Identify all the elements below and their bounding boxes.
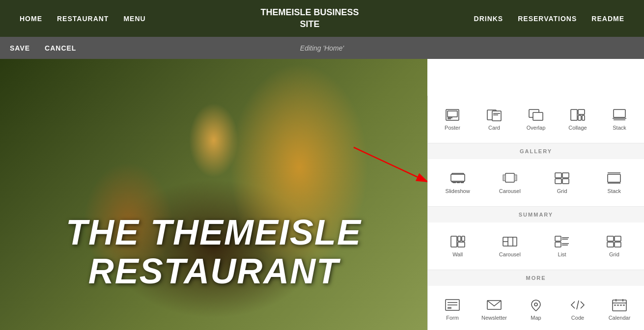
nav-drinks[interactable]: DRINKS [474,15,504,23]
list-label: List [558,251,566,257]
newsletter-icon [485,298,503,312]
map-icon [527,298,545,312]
svg-rect-25 [503,175,505,181]
panel-item-carousel-summary[interactable]: Carousel [485,230,534,262]
collage-label: Collage [568,125,587,131]
svg-rect-66 [623,304,625,306]
stack-gallery-icon [605,171,623,185]
overlap-label: Overlap [527,125,546,131]
svg-rect-12 [571,110,577,120]
nav-left: HOME RESTAURANT MENU [20,15,146,23]
media-section: Poster Card [428,96,644,143]
slideshow-icon [449,171,467,185]
save-button[interactable]: SAVE [10,44,30,52]
main-content: THE THEMEISLE RESTAURANT [0,59,644,330]
carousel-gallery-label: Carousel [499,188,521,194]
collage-icon [569,108,587,122]
nav-menu[interactable]: MENU [123,15,145,23]
card-label: Card [488,125,500,131]
panel-item-stack-gallery[interactable]: Stack [589,166,639,199]
panel-item-form[interactable]: Form [433,293,472,326]
svg-rect-29 [555,179,561,184]
svg-rect-48 [607,236,614,241]
svg-rect-63 [614,304,616,306]
svg-rect-27 [555,173,561,178]
code-label: Code [571,315,584,321]
panel-item-newsletter[interactable]: Newsletter [475,293,514,326]
more-header: MORE [428,270,644,286]
wall-icon [449,235,467,248]
summary-header: SUMMARY [428,206,644,222]
gallery-section: Slideshow Carousel [428,159,644,206]
svg-rect-55 [448,307,451,309]
svg-rect-14 [578,115,581,120]
svg-line-58 [577,301,579,309]
grid-summary-icon [605,235,623,248]
svg-rect-49 [615,236,621,241]
nav-readme[interactable]: README [591,15,624,23]
svg-rect-11 [533,112,543,120]
slideshow-label: Slideshow [446,188,470,194]
panel-item-slideshow[interactable]: Slideshow [433,166,482,199]
panel-item-code[interactable]: Code [558,293,597,326]
stack-label: Stack [613,125,626,131]
panel-item-overlap[interactable]: Overlap [516,103,556,136]
hero-text: THE THEMEISLE RESTAURANT [0,213,427,291]
overlap-icon [527,108,545,122]
svg-rect-16 [614,110,625,117]
panel-item-poster[interactable]: Poster [433,103,472,136]
svg-rect-51 [615,242,621,247]
hero-section: THE THEMEISLE RESTAURANT [0,59,427,330]
poster-icon [444,108,461,122]
editing-label: Editing 'Home' [300,44,344,52]
svg-rect-7 [492,111,501,121]
svg-rect-20 [451,174,465,181]
side-panel: Poster Card [427,96,644,330]
nav-title: THEMEISLE BUSINESS SITE [261,7,359,30]
svg-rect-34 [451,236,457,247]
svg-rect-35 [458,236,461,241]
svg-rect-24 [505,173,514,182]
panel-item-calendar[interactable]: Calendar [600,293,639,326]
panel-item-carousel-gallery[interactable]: Carousel [485,166,534,199]
nav-right: DRINKS RESERVATIONS README [474,15,624,23]
carousel-summary-icon [501,235,519,248]
grid-gallery-label: Grid [557,188,567,194]
newsletter-label: Newsletter [481,315,507,321]
panel-item-stack[interactable]: Stack [600,103,639,136]
carousel-gallery-icon [501,171,519,185]
nav-home[interactable]: HOME [20,15,42,23]
gallery-header: GALLERY [428,143,644,159]
carousel-summary-label: Carousel [499,251,521,257]
calendar-label: Calendar [609,315,631,321]
nav-reservations[interactable]: RESERVATIONS [518,15,577,23]
stack-gallery-label: Stack [608,188,621,194]
panel-item-wall[interactable]: Wall [433,230,482,262]
grid-gallery-icon [553,171,571,185]
panel-item-card[interactable]: Card [475,103,514,136]
panel-item-list[interactable]: List [537,230,587,262]
nav-bar: HOME RESTAURANT MENU THEMEISLE BUSINESS … [0,0,644,37]
svg-rect-26 [514,175,517,181]
cancel-button[interactable]: CANCEL [45,44,76,52]
svg-rect-28 [562,173,569,178]
poster-label: Poster [445,125,460,131]
panel-item-grid-summary[interactable]: Grid [589,230,639,262]
edit-bar: SAVE CANCEL Editing 'Home' [0,37,644,59]
card-icon [485,108,503,122]
svg-rect-65 [620,304,622,306]
nav-restaurant[interactable]: RESTAURANT [57,15,109,23]
panel-item-collage[interactable]: Collage [558,103,597,136]
svg-rect-3 [448,111,457,117]
map-label: Map [531,315,541,321]
list-icon [553,235,571,248]
panel-item-map[interactable]: Map [516,293,556,326]
panel-item-grid-gallery[interactable]: Grid [537,166,587,199]
svg-rect-64 [617,304,619,306]
summary-section: Wall Carousel [428,222,644,270]
svg-rect-36 [462,236,465,241]
wall-label: Wall [452,251,463,257]
svg-rect-15 [582,115,585,120]
calendar-icon [611,298,628,312]
svg-point-57 [534,303,537,306]
